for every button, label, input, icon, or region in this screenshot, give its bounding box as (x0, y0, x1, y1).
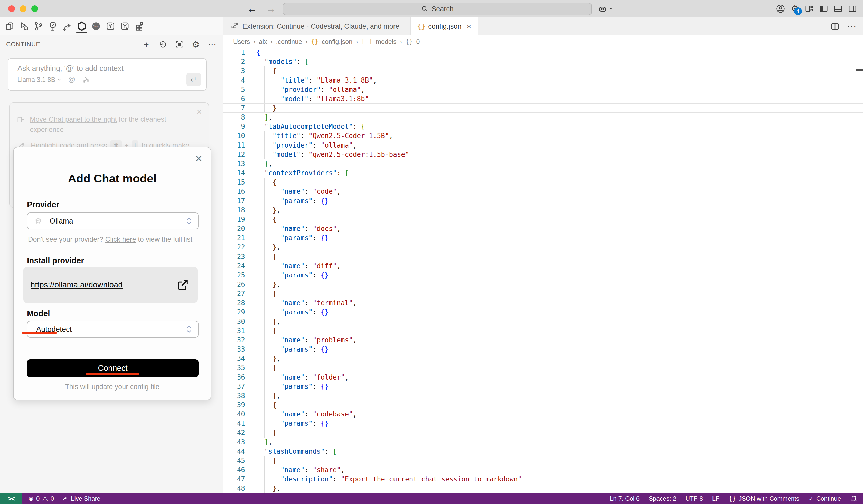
line-number[interactable]: 43 (223, 438, 245, 446)
code-line[interactable]: 27 { (223, 289, 863, 298)
line-number[interactable]: 32 (223, 336, 245, 344)
continue-status[interactable]: ✓ Continue (809, 495, 841, 502)
code-line[interactable]: 47 "description": "Export the current ch… (223, 475, 863, 484)
code-line[interactable]: 32 "name": "problems", (223, 335, 863, 345)
code-line[interactable]: 16 "name": "code", (223, 187, 863, 196)
line-number[interactable]: 46 (223, 466, 245, 474)
line-number[interactable]: 16 (223, 188, 245, 195)
add-context-icon[interactable]: @ (68, 75, 75, 83)
line-number[interactable]: 40 (223, 410, 245, 418)
line-number[interactable]: 44 (223, 448, 245, 455)
breadcrumb-users[interactable]: Users (233, 38, 250, 46)
extension-a-icon[interactable] (105, 19, 116, 34)
search-input[interactable]: Search (283, 3, 592, 15)
code-line[interactable]: 3 { (223, 66, 863, 75)
line-number[interactable]: 22 (223, 243, 245, 251)
code-line[interactable]: 13 }, (223, 159, 863, 168)
line-number[interactable]: 28 (223, 299, 245, 307)
line-number[interactable]: 7 (223, 104, 245, 112)
code-line[interactable]: 8 ], (223, 113, 863, 122)
breadcrumb-0[interactable]: 0 (416, 38, 420, 46)
line-number[interactable]: 9 (223, 122, 245, 130)
code-line[interactable]: 18 }, (223, 206, 863, 215)
line-number[interactable]: 25 (223, 271, 245, 279)
line-number[interactable]: 48 (223, 484, 245, 492)
line-number[interactable]: 42 (223, 429, 245, 437)
tab-extension-continue[interactable]: Extension: Continue - Codestral, Claude,… (223, 17, 411, 36)
code-line[interactable]: 48 }, (223, 484, 863, 493)
line-number[interactable]: 19 (223, 216, 245, 223)
line-number[interactable]: 13 (223, 160, 245, 168)
code-line[interactable]: 40 "name": "codebase", (223, 410, 863, 419)
code-line[interactable]: 45 { (223, 456, 863, 465)
encoding[interactable]: UTF-8 (686, 495, 703, 502)
code-line[interactable]: 12 "model": "qwen2.5-coder:1.5b-base" (223, 150, 863, 159)
line-number[interactable]: 6 (223, 95, 245, 103)
history-icon[interactable] (158, 40, 167, 49)
code-line[interactable]: 1 { (223, 48, 863, 57)
code-line[interactable]: 30 }, (223, 317, 863, 326)
line-number[interactable]: 5 (223, 86, 245, 93)
breadcrumb-continue-dir[interactable]: .continue (276, 38, 302, 46)
breadcrumb-models[interactable]: models (376, 38, 397, 46)
code-line[interactable]: 10 "title": "Qwen2.5-Coder 1.5B", (223, 131, 863, 140)
line-number[interactable]: 15 (223, 178, 245, 186)
eol-sequence[interactable]: LF (712, 495, 720, 502)
line-number[interactable]: 8 (223, 114, 245, 121)
line-number[interactable]: 24 (223, 262, 245, 270)
line-number[interactable]: 38 (223, 392, 245, 400)
language-mode[interactable]: {} JSON with Comments (729, 495, 799, 502)
line-number[interactable]: 18 (223, 206, 245, 214)
code-line[interactable]: 43 ], (223, 438, 863, 447)
line-number[interactable]: 23 (223, 253, 245, 260)
code-line[interactable]: 25 "params": {} (223, 270, 863, 280)
run-debug-icon[interactable] (18, 19, 30, 34)
minimize-window-button[interactable] (20, 5, 26, 12)
breadcrumb-config-json[interactable]: config.json (322, 38, 353, 46)
problems-status[interactable]: ⊗ 0 ⚠ 0 (28, 495, 54, 502)
line-number[interactable]: 26 (223, 281, 245, 288)
settings-gear-icon[interactable]: ⚙ 1 (790, 4, 800, 14)
code-line[interactable]: 37 "params": {} (223, 382, 863, 391)
move-chat-panel-link[interactable]: Move Chat panel to the right (30, 116, 117, 123)
click-here-link[interactable]: Click here (105, 235, 136, 243)
send-button[interactable]: ↵ (186, 73, 201, 86)
code-line[interactable]: 31 { (223, 326, 863, 335)
code-line[interactable]: 17 "params": {} (223, 196, 863, 206)
provider-select[interactable]: Ollama (27, 212, 199, 229)
code-line[interactable]: 20 "name": "docs", (223, 224, 863, 233)
code-line[interactable]: 4 "title": "Llama 3.1 8B", (223, 75, 863, 85)
code-line[interactable]: 28 "name": "terminal", (223, 298, 863, 307)
new-chat-icon[interactable]: + (142, 40, 151, 49)
tools-icon[interactable] (82, 76, 90, 83)
line-number[interactable]: 47 (223, 475, 245, 483)
share-icon[interactable] (62, 19, 73, 34)
code-line[interactable]: 26 }, (223, 280, 863, 289)
overview-ruler[interactable] (856, 36, 863, 493)
line-number[interactable]: 45 (223, 457, 245, 465)
testing-icon[interactable] (47, 19, 59, 34)
line-number[interactable]: 21 (223, 234, 245, 242)
line-number[interactable]: 37 (223, 383, 245, 390)
code-line[interactable]: 39 { (223, 400, 863, 410)
code-editor[interactable]: 1 { 2 "models": [ 3 { 4 "title": "Llama … (223, 48, 863, 493)
more-icon[interactable]: ⋯ (208, 40, 217, 49)
code-line[interactable]: 29 "params": {} (223, 307, 863, 317)
toggle-sidebar-icon[interactable] (819, 4, 829, 14)
cursor-position[interactable]: Ln 7, Col 6 (610, 495, 640, 502)
code-line[interactable]: 14 "contextProviders": [ (223, 168, 863, 178)
source-control-icon[interactable] (33, 19, 44, 34)
toggle-panel-icon[interactable] (833, 4, 843, 14)
extension-b-icon[interactable] (119, 19, 130, 34)
code-line[interactable]: 38 }, (223, 391, 863, 400)
line-number[interactable]: 29 (223, 308, 245, 316)
blocks-icon[interactable] (134, 19, 145, 34)
close-tab-icon[interactable]: × (466, 22, 471, 31)
line-number[interactable]: 39 (223, 401, 245, 409)
code-line[interactable]: 41 "params": {} (223, 419, 863, 428)
line-number[interactable]: 17 (223, 197, 245, 205)
code-line[interactable]: 35 { (223, 363, 863, 372)
line-number[interactable]: 3 (223, 67, 245, 75)
line-number[interactable]: 20 (223, 225, 245, 233)
code-line[interactable]: 5 "provider": "ollama", (223, 85, 863, 94)
